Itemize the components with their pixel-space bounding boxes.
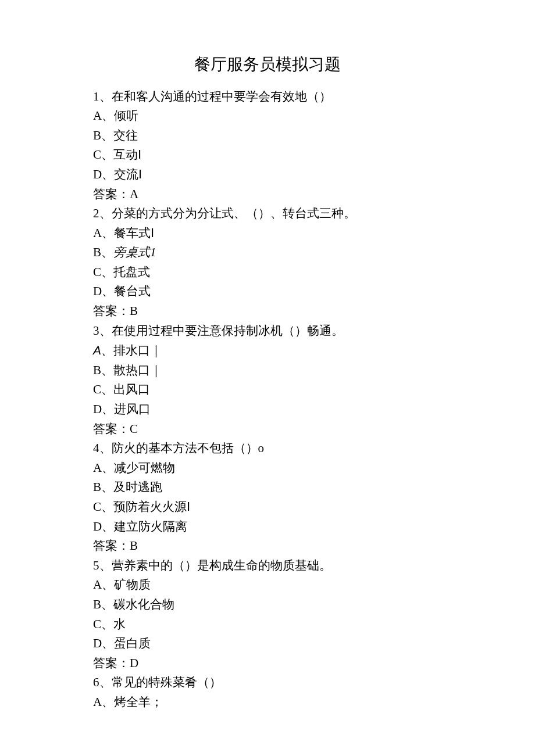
question-option: D、蛋白质 — [93, 634, 442, 654]
question-option: C、水 — [93, 615, 442, 635]
page-title: 餐厅服务员模拟习题 — [93, 52, 442, 78]
question-option: B、及时逃跑 — [93, 478, 442, 497]
question-answer: 答案：B — [93, 302, 442, 321]
question-option: B、旁桌式1 — [93, 243, 442, 263]
question-option: D、建立防火隔离 — [93, 517, 442, 537]
question-option: C、预防着火火源Ⅰ — [93, 497, 442, 517]
question-option: A、餐车式Ⅰ — [93, 224, 442, 243]
question-stem: 4、防火的基本方法不包括（）o — [93, 439, 442, 458]
question-stem: 3、在使用过程中要注意保持制冰机（）畅通。 — [93, 321, 442, 341]
question-option: C、托盘式 — [93, 263, 442, 282]
question-option: C、出风口 — [93, 380, 442, 400]
document-page: 餐厅服务员模拟习题 1、在和客人沟通的过程中要学会有效地（） A、倾听 B、交往… — [0, 0, 535, 756]
question-option: A、排水口｜ — [93, 341, 442, 361]
question-answer: 答案：B — [93, 536, 442, 556]
question-option: A、倾听 — [93, 106, 442, 126]
question-answer: 答案：C — [93, 420, 442, 439]
question-option: B、碳水化合物 — [93, 595, 442, 615]
question-answer: 答案：D — [93, 654, 442, 673]
question-option: C、互动Ⅰ — [93, 145, 442, 165]
question-answer: 答案：A — [93, 185, 442, 205]
question-stem: 6、常见的特殊菜肴（） — [93, 673, 442, 693]
question-option: A、矿物质 — [93, 575, 442, 595]
question-option: B、散热口｜ — [93, 361, 442, 381]
question-option: B、交往 — [93, 126, 442, 146]
question-option: D、交流Ⅰ — [93, 165, 442, 185]
question-option: D、餐台式 — [93, 282, 442, 302]
question-option: A、烤全羊； — [93, 693, 442, 712]
question-stem: 1、在和客人沟通的过程中要学会有效地（） — [93, 87, 442, 107]
question-option: D、进风口 — [93, 400, 442, 420]
question-stem: 5、营养素中的（）是构成生命的物质基础。 — [93, 556, 442, 576]
question-option: A、减少可燃物 — [93, 458, 442, 478]
question-stem: 2、分菜的方式分为分让式、（）、转台式三种。 — [93, 204, 442, 224]
